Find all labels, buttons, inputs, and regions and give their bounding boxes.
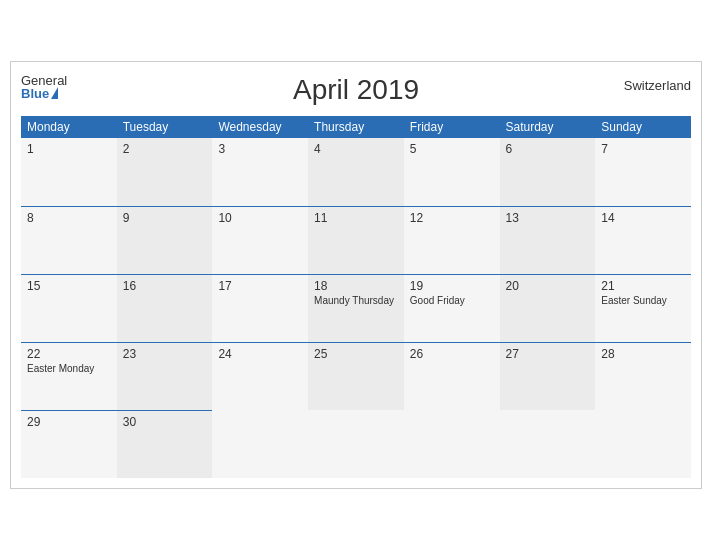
holiday-name: Easter Sunday [601,295,685,306]
day-number: 3 [218,142,302,156]
header-saturday: Saturday [500,116,596,138]
day-number: 19 [410,279,494,293]
day-cell: 9 [117,206,213,274]
day-number: 10 [218,211,302,225]
day-number: 28 [601,347,685,361]
day-cell: 3 [212,138,308,206]
day-cell: 1 [21,138,117,206]
day-number: 6 [506,142,590,156]
day-cell: 29 [21,410,117,478]
day-cell: 15 [21,274,117,342]
day-number: 8 [27,211,111,225]
day-cell: 7 [595,138,691,206]
day-cell: 28 [595,342,691,410]
logo: General Blue [21,74,67,100]
logo-triangle-icon [51,87,58,99]
day-cell: 6 [500,138,596,206]
week-row-5: 2930 [21,410,691,478]
day-cell: 30 [117,410,213,478]
day-number: 2 [123,142,207,156]
holiday-name: Good Friday [410,295,494,306]
day-number: 27 [506,347,590,361]
week-row-1: 1234567 [21,138,691,206]
holiday-name: Easter Monday [27,363,111,374]
day-number: 21 [601,279,685,293]
day-number: 29 [27,415,111,429]
calendar-wrapper: General Blue April 2019 Switzerland Mond… [10,61,702,489]
day-number: 13 [506,211,590,225]
day-number: 25 [314,347,398,361]
calendar-header: General Blue April 2019 Switzerland [21,74,691,106]
day-number: 23 [123,347,207,361]
day-cell: 5 [404,138,500,206]
day-cell: 17 [212,274,308,342]
day-number: 7 [601,142,685,156]
day-cell: 26 [404,342,500,410]
day-cell: 16 [117,274,213,342]
day-number: 24 [218,347,302,361]
day-cell: 10 [212,206,308,274]
day-cell: 24 [212,342,308,410]
day-cell: 23 [117,342,213,410]
day-cell: 12 [404,206,500,274]
day-number: 18 [314,279,398,293]
calendar-grid: Monday Tuesday Wednesday Thursday Friday… [21,116,691,478]
day-cell: 20 [500,274,596,342]
logo-blue-text: Blue [21,87,67,100]
day-number: 26 [410,347,494,361]
day-number: 4 [314,142,398,156]
day-number: 9 [123,211,207,225]
day-cell: 13 [500,206,596,274]
country-label: Switzerland [624,78,691,93]
day-cell [212,410,308,478]
day-number: 14 [601,211,685,225]
day-number: 12 [410,211,494,225]
header-tuesday: Tuesday [117,116,213,138]
day-cell [308,410,404,478]
day-cell: 21Easter Sunday [595,274,691,342]
day-number: 30 [123,415,207,429]
holiday-name: Maundy Thursday [314,295,398,306]
day-number: 17 [218,279,302,293]
day-number: 22 [27,347,111,361]
day-cell: 8 [21,206,117,274]
calendar-title: April 2019 [293,74,419,106]
day-cell: 22Easter Monday [21,342,117,410]
week-row-4: 22Easter Monday232425262728 [21,342,691,410]
day-cell [595,410,691,478]
header-monday: Monday [21,116,117,138]
day-cell: 25 [308,342,404,410]
day-cell [404,410,500,478]
day-number: 5 [410,142,494,156]
day-number: 1 [27,142,111,156]
day-cell [500,410,596,478]
day-number: 20 [506,279,590,293]
day-cell: 4 [308,138,404,206]
weekday-header-row: Monday Tuesday Wednesday Thursday Friday… [21,116,691,138]
day-cell: 18Maundy Thursday [308,274,404,342]
day-number: 15 [27,279,111,293]
week-row-3: 15161718Maundy Thursday19Good Friday2021… [21,274,691,342]
day-cell: 11 [308,206,404,274]
week-row-2: 891011121314 [21,206,691,274]
day-cell: 19Good Friday [404,274,500,342]
header-friday: Friday [404,116,500,138]
header-thursday: Thursday [308,116,404,138]
day-number: 16 [123,279,207,293]
day-number: 11 [314,211,398,225]
day-cell: 2 [117,138,213,206]
header-sunday: Sunday [595,116,691,138]
header-wednesday: Wednesday [212,116,308,138]
day-cell: 14 [595,206,691,274]
day-cell: 27 [500,342,596,410]
